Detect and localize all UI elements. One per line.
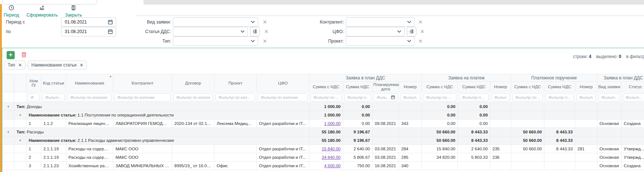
period-to-input[interactable] xyxy=(64,29,107,35)
col-header-cfo[interactable]: ЦФО xyxy=(257,74,309,92)
filter-input-project[interactable] xyxy=(218,95,253,100)
col-header-req_kind[interactable]: Вид заявки xyxy=(597,82,622,92)
group-chip-article-name[interactable]: Наименование статьи ✕ xyxy=(28,60,87,70)
group-chip-type[interactable]: Тип ✕ xyxy=(4,60,25,70)
cell-order_sum xyxy=(511,103,544,111)
col-header-project[interactable]: Проект xyxy=(214,74,257,92)
dds-article-select[interactable] xyxy=(173,27,248,36)
filter-input-plan_sum[interactable] xyxy=(313,95,339,100)
filter-input-name[interactable] xyxy=(70,95,110,100)
counterparty-clear-icon[interactable]: ✕ xyxy=(417,17,423,27)
cell-pay_vat: 0.00 xyxy=(458,103,490,111)
filter-input-contract[interactable] xyxy=(175,95,211,100)
col-header-counterparty[interactable]: Контрагент xyxy=(113,74,172,92)
col-header-name[interactable]: Наименование▼ xyxy=(66,74,113,92)
project-clear-icon[interactable]: ✕ xyxy=(417,36,423,46)
delete-row-button[interactable] xyxy=(21,51,28,59)
period-from-input[interactable] xyxy=(64,19,107,25)
filter-input-order_num[interactable] xyxy=(579,95,594,100)
type-clear-icon[interactable]: ✕ xyxy=(262,36,268,46)
cell-order_sum: 50 660.00 xyxy=(511,128,544,136)
col-header-num[interactable]: Ном П/ xyxy=(26,74,41,92)
filter-input-plan_date[interactable] xyxy=(376,95,389,100)
sum-link[interactable]: 34 840.00 xyxy=(322,155,341,160)
sum-link[interactable]: 1 000.00 xyxy=(324,121,341,126)
col-header-plan_date[interactable]: Планируемая дата xyxy=(373,82,399,92)
calendar-icon[interactable] xyxy=(107,29,113,35)
sort-desc-icon: ▼ xyxy=(109,75,112,79)
cell-req_kind: Основная xyxy=(597,153,622,162)
counterparty-select[interactable] xyxy=(346,17,414,27)
cfo-clear-icon[interactable]: ✕ xyxy=(419,27,425,36)
col-header-order_sum[interactable]: Сумма с НДС xyxy=(511,82,544,92)
period-to-field[interactable] xyxy=(61,27,116,36)
cell-cfo: Отдел разработки и IT... xyxy=(257,145,309,153)
col-header-plan_num[interactable]: Номер xyxy=(399,82,422,92)
filter-input-code[interactable] xyxy=(45,95,63,100)
cell-plan_sum: 15 840.00 xyxy=(309,145,343,153)
request-kind-select[interactable] xyxy=(173,17,258,27)
col-header-plan_vat[interactable]: Сумма НДС xyxy=(343,82,373,92)
cell-plan_num xyxy=(399,128,422,136)
calendar-icon xyxy=(391,95,395,100)
collapse-toggle[interactable]: ▼ xyxy=(14,136,26,145)
col-header-pay_vat[interactable]: Сумма НДС xyxy=(458,82,490,92)
collapse-toggle[interactable]: ▼ xyxy=(3,103,14,111)
collapse-toggle[interactable]: ▼ xyxy=(3,128,14,136)
filter-input-pay_num[interactable] xyxy=(494,95,508,100)
col-header-order_vat[interactable]: Сумма НДС xyxy=(544,82,575,92)
grouping-chips: Тип ✕ Наименование статьи ✕ xyxy=(4,60,87,70)
cfo-hierarchy-button[interactable] xyxy=(407,27,416,36)
close-button[interactable]: Закрыть xyxy=(65,5,82,18)
col-header-order_num[interactable]: Номер xyxy=(575,82,597,92)
chip-remove-icon[interactable]: ✕ xyxy=(18,63,22,68)
generate-button[interactable]: Сформировать xyxy=(26,5,58,18)
filter-cell xyxy=(3,92,14,103)
col-header-pay_sum[interactable]: Сумма с НДС xyxy=(422,82,458,92)
filter-input-order_sum[interactable] xyxy=(515,95,541,100)
filter-input-pay_sum[interactable] xyxy=(425,95,454,100)
cell-pay_sum: 50 660.00 xyxy=(422,128,458,136)
dds-article-clear-icon[interactable]: ✕ xyxy=(263,27,269,36)
cell-plan_vat: 0.00 xyxy=(343,119,373,128)
type-select[interactable] xyxy=(173,36,258,46)
filter-input-cfo[interactable] xyxy=(260,95,306,100)
filter-input-plan_vat[interactable] xyxy=(346,95,369,100)
filter-cell xyxy=(511,92,544,103)
group-label: Наименование статьи: 2.1.1 Расходы админ… xyxy=(26,136,309,145)
col-header-code[interactable]: Код статьи xyxy=(41,74,66,92)
col-header-pay_num[interactable]: Номер xyxy=(490,82,511,92)
filter-input-counterparty[interactable] xyxy=(117,95,168,100)
period-button[interactable]: Период xyxy=(4,5,19,18)
cell-plan_vat: 2 640.00 xyxy=(343,145,373,153)
col-header-status[interactable]: Статус xyxy=(622,82,644,92)
chip-remove-icon[interactable]: ✕ xyxy=(80,63,83,68)
col-header-plan_sum[interactable]: Сумма с НДС xyxy=(309,82,343,92)
request-kind-clear-icon[interactable]: ✕ xyxy=(262,17,268,27)
filter-input-status[interactable] xyxy=(625,95,644,100)
active-tab[interactable] xyxy=(2,0,97,4)
app-window: Период Сформировать Закрыть Период с по … xyxy=(0,0,644,172)
cfo-select[interactable] xyxy=(346,27,405,36)
col-header-contract[interactable]: Договор xyxy=(172,74,214,92)
filter-input-num[interactable] xyxy=(30,95,38,100)
sum-link[interactable]: 15 840.00 xyxy=(322,147,341,151)
filter-input-plan_num[interactable] xyxy=(402,95,418,100)
filter-input-pay_vat[interactable] xyxy=(461,95,487,100)
cell-pay_vat: 5 803.33 xyxy=(458,153,490,162)
cell-code: 1.1.2 xyxy=(41,119,66,128)
project-select[interactable] xyxy=(346,36,414,46)
filter-input-req_kind[interactable] xyxy=(601,95,618,100)
add-row-button[interactable] xyxy=(7,51,15,59)
calendar-icon[interactable] xyxy=(107,19,113,25)
col-header-expander xyxy=(3,74,14,92)
dds-article-hierarchy-button[interactable] xyxy=(250,27,260,36)
sum-link[interactable]: 4 500.00 xyxy=(324,164,341,168)
cell-pay_num xyxy=(490,162,511,170)
period-from-field[interactable] xyxy=(61,17,116,27)
type-label: Тип: xyxy=(116,36,171,46)
cell-order_vat: 8 443.33 xyxy=(544,128,575,136)
filter-input-order_vat[interactable] xyxy=(548,95,572,100)
chevron-down-icon: ▼ xyxy=(7,130,10,134)
collapse-toggle[interactable]: ▼ xyxy=(14,111,26,119)
